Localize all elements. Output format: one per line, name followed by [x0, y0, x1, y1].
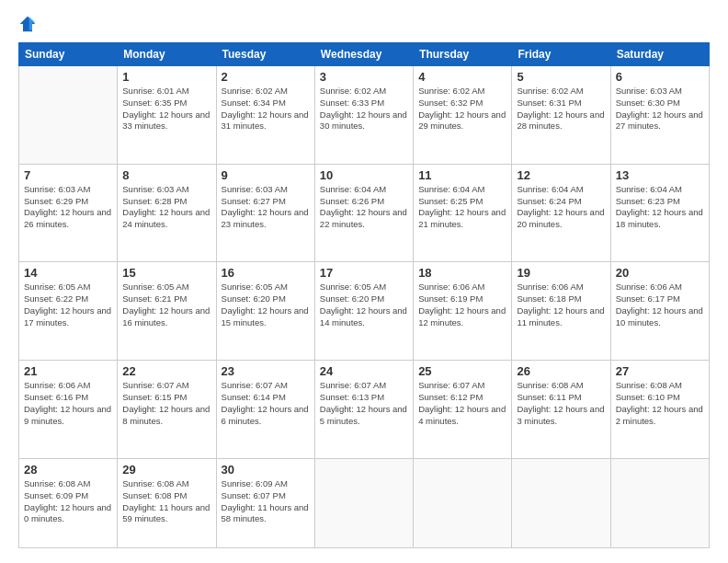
- day-number: 16: [222, 266, 310, 280]
- day-info: Sunrise: 6:01 AMSunset: 6:35 PMDaylight:…: [122, 86, 210, 132]
- calendar-cell: 26Sunrise: 6:08 AMSunset: 6:11 PMDayligh…: [512, 361, 610, 459]
- page: SundayMondayTuesdayWednesdayThursdayFrid…: [0, 0, 728, 563]
- calendar-week-2: 7Sunrise: 6:03 AMSunset: 6:29 PMDaylight…: [19, 164, 710, 262]
- day-number: 14: [24, 266, 112, 280]
- day-number: 23: [222, 364, 310, 378]
- weekday-header-monday: Monday: [118, 43, 216, 66]
- day-number: 18: [418, 266, 506, 280]
- day-number: 11: [418, 168, 506, 182]
- calendar-cell: 30Sunrise: 6:09 AMSunset: 6:07 PMDayligh…: [216, 458, 314, 547]
- calendar-cell: 15Sunrise: 6:05 AMSunset: 6:21 PMDayligh…: [118, 262, 216, 361]
- calendar-cell: [414, 458, 512, 547]
- day-number: 3: [320, 70, 408, 84]
- day-info: Sunrise: 6:06 AMSunset: 6:16 PMDaylight:…: [24, 380, 112, 427]
- calendar-cell: 10Sunrise: 6:04 AMSunset: 6:26 PMDayligh…: [314, 164, 413, 262]
- day-info: Sunrise: 6:03 AMSunset: 6:29 PMDaylight:…: [24, 184, 112, 231]
- calendar-week-3: 14Sunrise: 6:05 AMSunset: 6:22 PMDayligh…: [19, 262, 710, 361]
- calendar-cell: [512, 458, 610, 547]
- calendar-cell: 28Sunrise: 6:08 AMSunset: 6:09 PMDayligh…: [19, 458, 118, 547]
- day-info: Sunrise: 6:03 AMSunset: 6:30 PMDaylight:…: [616, 86, 704, 132]
- day-number: 9: [222, 168, 310, 182]
- day-info: Sunrise: 6:04 AMSunset: 6:26 PMDaylight:…: [320, 184, 408, 231]
- calendar-cell: 9Sunrise: 6:03 AMSunset: 6:27 PMDaylight…: [216, 164, 314, 262]
- svg-marker-0: [20, 17, 36, 32]
- calendar-table: SundayMondayTuesdayWednesdayThursdayFrid…: [18, 42, 710, 548]
- day-number: 25: [418, 364, 506, 378]
- calendar-cell: 27Sunrise: 6:08 AMSunset: 6:10 PMDayligh…: [610, 361, 709, 459]
- day-info: Sunrise: 6:08 AMSunset: 6:10 PMDaylight:…: [616, 380, 704, 427]
- day-number: 20: [616, 266, 704, 280]
- day-number: 13: [616, 168, 704, 182]
- day-number: 28: [24, 463, 112, 477]
- calendar-week-5: 28Sunrise: 6:08 AMSunset: 6:09 PMDayligh…: [19, 458, 710, 547]
- day-info: Sunrise: 6:02 AMSunset: 6:34 PMDaylight:…: [222, 86, 310, 132]
- day-info: Sunrise: 6:06 AMSunset: 6:19 PMDaylight:…: [418, 282, 506, 328]
- day-info: Sunrise: 6:07 AMSunset: 6:14 PMDaylight:…: [222, 380, 310, 427]
- calendar-cell: [610, 458, 709, 547]
- weekday-header-saturday: Saturday: [610, 43, 709, 66]
- calendar-cell: [314, 458, 413, 547]
- day-info: Sunrise: 6:06 AMSunset: 6:18 PMDaylight:…: [517, 282, 605, 328]
- calendar-cell: 4Sunrise: 6:02 AMSunset: 6:32 PMDaylight…: [414, 66, 512, 165]
- day-info: Sunrise: 6:08 AMSunset: 6:11 PMDaylight:…: [517, 380, 605, 427]
- day-number: 26: [517, 364, 605, 378]
- calendar-cell: 2Sunrise: 6:02 AMSunset: 6:34 PMDaylight…: [216, 66, 314, 165]
- weekday-header-thursday: Thursday: [414, 43, 512, 66]
- calendar-week-1: 1Sunrise: 6:01 AMSunset: 6:35 PMDaylight…: [19, 66, 710, 165]
- calendar-cell: 22Sunrise: 6:07 AMSunset: 6:15 PMDayligh…: [118, 361, 216, 459]
- weekday-header-row: SundayMondayTuesdayWednesdayThursdayFrid…: [19, 43, 710, 66]
- day-number: 15: [122, 266, 210, 280]
- calendar-cell: 5Sunrise: 6:02 AMSunset: 6:31 PMDaylight…: [512, 66, 610, 165]
- day-info: Sunrise: 6:07 AMSunset: 6:15 PMDaylight:…: [122, 380, 210, 427]
- day-number: 8: [122, 168, 210, 182]
- header: [18, 15, 710, 33]
- calendar-cell: 25Sunrise: 6:07 AMSunset: 6:12 PMDayligh…: [414, 361, 512, 459]
- day-number: 4: [418, 70, 506, 84]
- day-number: 12: [517, 168, 605, 182]
- calendar-cell: 14Sunrise: 6:05 AMSunset: 6:22 PMDayligh…: [19, 262, 118, 361]
- day-number: 1: [122, 70, 210, 84]
- calendar-cell: 1Sunrise: 6:01 AMSunset: 6:35 PMDaylight…: [118, 66, 216, 165]
- day-info: Sunrise: 6:05 AMSunset: 6:20 PMDaylight:…: [320, 282, 408, 328]
- calendar-cell: 11Sunrise: 6:04 AMSunset: 6:25 PMDayligh…: [414, 164, 512, 262]
- day-number: 22: [122, 364, 210, 378]
- weekday-header-wednesday: Wednesday: [314, 43, 413, 66]
- day-number: 19: [517, 266, 605, 280]
- logo: [18, 15, 40, 33]
- weekday-header-friday: Friday: [512, 43, 610, 66]
- calendar-cell: 12Sunrise: 6:04 AMSunset: 6:24 PMDayligh…: [512, 164, 610, 262]
- calendar-cell: 17Sunrise: 6:05 AMSunset: 6:20 PMDayligh…: [314, 262, 413, 361]
- day-number: 6: [616, 70, 704, 84]
- day-number: 17: [320, 266, 408, 280]
- day-info: Sunrise: 6:02 AMSunset: 6:33 PMDaylight:…: [320, 86, 408, 132]
- day-info: Sunrise: 6:06 AMSunset: 6:17 PMDaylight:…: [616, 282, 704, 328]
- day-info: Sunrise: 6:03 AMSunset: 6:28 PMDaylight:…: [122, 184, 210, 231]
- day-number: 5: [517, 70, 605, 84]
- calendar-week-4: 21Sunrise: 6:06 AMSunset: 6:16 PMDayligh…: [19, 361, 710, 459]
- day-info: Sunrise: 6:05 AMSunset: 6:21 PMDaylight:…: [122, 282, 210, 328]
- calendar-cell: 8Sunrise: 6:03 AMSunset: 6:28 PMDaylight…: [118, 164, 216, 262]
- day-number: 30: [222, 463, 310, 477]
- day-info: Sunrise: 6:05 AMSunset: 6:22 PMDaylight:…: [24, 282, 112, 328]
- calendar-cell: 29Sunrise: 6:08 AMSunset: 6:08 PMDayligh…: [118, 458, 216, 547]
- calendar-cell: 13Sunrise: 6:04 AMSunset: 6:23 PMDayligh…: [610, 164, 709, 262]
- calendar-cell: 19Sunrise: 6:06 AMSunset: 6:18 PMDayligh…: [512, 262, 610, 361]
- day-number: 27: [616, 364, 704, 378]
- day-info: Sunrise: 6:07 AMSunset: 6:12 PMDaylight:…: [418, 380, 506, 427]
- day-info: Sunrise: 6:07 AMSunset: 6:13 PMDaylight:…: [320, 380, 408, 427]
- calendar-cell: 18Sunrise: 6:06 AMSunset: 6:19 PMDayligh…: [414, 262, 512, 361]
- day-info: Sunrise: 6:04 AMSunset: 6:24 PMDaylight:…: [517, 184, 605, 231]
- day-info: Sunrise: 6:08 AMSunset: 6:09 PMDaylight:…: [24, 478, 112, 525]
- calendar-cell: 20Sunrise: 6:06 AMSunset: 6:17 PMDayligh…: [610, 262, 709, 361]
- calendar-cell: 6Sunrise: 6:03 AMSunset: 6:30 PMDaylight…: [610, 66, 709, 165]
- calendar-cell: 24Sunrise: 6:07 AMSunset: 6:13 PMDayligh…: [314, 361, 413, 459]
- day-info: Sunrise: 6:09 AMSunset: 6:07 PMDaylight:…: [222, 478, 310, 525]
- calendar-cell: 16Sunrise: 6:05 AMSunset: 6:20 PMDayligh…: [216, 262, 314, 361]
- calendar-cell: 3Sunrise: 6:02 AMSunset: 6:33 PMDaylight…: [314, 66, 413, 165]
- day-number: 29: [122, 463, 210, 477]
- day-info: Sunrise: 6:04 AMSunset: 6:25 PMDaylight:…: [418, 184, 506, 231]
- day-info: Sunrise: 6:04 AMSunset: 6:23 PMDaylight:…: [616, 184, 704, 231]
- logo-icon: [18, 15, 37, 33]
- day-number: 10: [320, 168, 408, 182]
- day-info: Sunrise: 6:02 AMSunset: 6:32 PMDaylight:…: [418, 86, 506, 132]
